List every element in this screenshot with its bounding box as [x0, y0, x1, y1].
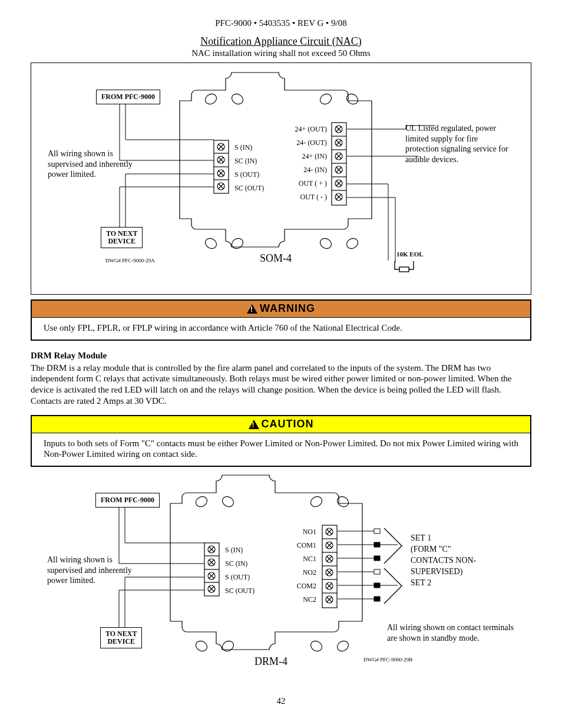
caution-body: Inputs to both sets of Form "C" contacts…: [32, 433, 530, 466]
svg-point-31: [309, 495, 323, 509]
drm-formc2: CONTACTS NON-: [411, 556, 476, 565]
drm-lt1: S (IN): [225, 546, 243, 555]
svg-rect-28: [399, 267, 409, 272]
to-next-l1: TO NEXT: [106, 229, 137, 238]
nac-rt3: 24+ (IN): [290, 152, 327, 161]
drm-set2: SET 2: [411, 578, 431, 587]
nac-rt2: 24- (OUT): [290, 139, 327, 147]
svg-point-32: [335, 495, 350, 509]
svg-point-30: [220, 495, 235, 509]
svg-point-2: [318, 92, 333, 106]
nac-device-name: SOM-4: [260, 252, 292, 265]
nac-lt2: SC (IN): [234, 157, 257, 166]
warning-body: Use only FPL, FPLR, or FPLP wiring in ac…: [32, 318, 530, 340]
nac-eol-icon: [394, 260, 417, 274]
svg-point-35: [309, 639, 323, 653]
drm-body: The DRM is a relay module that is contro…: [31, 363, 531, 407]
nac-left-note: All wiring shown is supervised and inher…: [48, 149, 136, 180]
drm-lt4: SC (OUT): [225, 587, 254, 595]
drm-lt2: SC (IN): [225, 559, 247, 568]
drm-rt2: COM1: [288, 541, 316, 550]
nac-lt3: S (OUT): [234, 170, 259, 179]
svg-point-7: [345, 236, 359, 251]
svg-point-29: [194, 495, 209, 509]
svg-point-3: [345, 92, 359, 106]
drm-to-next-l1: TO NEXT: [105, 630, 137, 638]
drm-from-box: FROM PFC-9000: [95, 493, 160, 508]
to-next-l2: DEVICE: [108, 237, 135, 245]
drm-set1: SET 1: [411, 533, 431, 542]
svg-point-34: [220, 639, 235, 653]
nac-right-note: UL Listed regulated, power limited suppl…: [405, 123, 511, 164]
nac-dwg: DWG# PFC-9000-29A: [105, 258, 155, 264]
nac-diagram: FROM PFC-9000 All wiring shown is superv…: [31, 62, 531, 295]
drm-rt6: NC2: [288, 595, 316, 604]
svg-point-6: [318, 236, 333, 251]
warning-triangle-icon: [247, 304, 257, 314]
nac-eol-label: 10K EOL: [396, 251, 424, 259]
svg-point-1: [230, 92, 244, 106]
drm-to-next-box: TO NEXT DEVICE: [100, 627, 142, 648]
drm-plate-svg: [163, 469, 387, 681]
warning-box: WARNING Use only FPL, FPLR, or FPLP wiri…: [31, 299, 531, 341]
drm-right-note: SET 1 (FORM "C" CONTACTS NON- SUPERVISED…: [411, 533, 476, 588]
nac-to-next-box: TO NEXT DEVICE: [101, 227, 143, 248]
svg-point-33: [194, 639, 209, 653]
drm-rt1: NO1: [288, 528, 316, 536]
nac-rt6: OUT ( - ): [290, 193, 327, 202]
drm-rt3: NC1: [288, 555, 316, 564]
drm-rt4: NO2: [288, 568, 316, 577]
caution-header: CAUTION: [32, 416, 530, 433]
nac-plate-svg: [173, 67, 396, 279]
nac-rt1: 24+ (OUT): [290, 125, 327, 134]
drm-diagram: FROM PFC-9000 All wiring shown is superv…: [31, 469, 531, 681]
document-header: PFC-9000 • 5403535 • REV G • 9/08: [31, 18, 531, 29]
drm-dwg: DWG# PFC-9000-29B: [363, 657, 412, 663]
caution-box: CAUTION Inputs to both sets of Form "C" …: [31, 415, 531, 467]
drm-standby-note: All wiring shown on contact terminals ar…: [387, 622, 517, 643]
svg-rect-16: [332, 123, 346, 205]
nac-rt5: OUT ( + ): [290, 179, 327, 188]
svg-point-5: [230, 236, 244, 251]
drm-formc3: SUPERVISED): [411, 567, 462, 576]
warning-header: WARNING: [32, 301, 530, 318]
svg-point-36: [335, 639, 350, 653]
svg-point-4: [203, 236, 218, 251]
nac-subtitle: NAC installation wiring shall not exceed…: [31, 48, 531, 59]
svg-point-0: [203, 92, 218, 106]
drm-left-note: All wiring shown is supervised and inher…: [47, 555, 135, 586]
nac-lt1: S (IN): [234, 143, 252, 152]
drm-device-name: DRM-4: [254, 655, 287, 668]
drm-lt3: S (OUT): [225, 573, 250, 582]
svg-rect-45: [322, 525, 337, 608]
caution-label: CAUTION: [262, 417, 314, 431]
caution-triangle-icon: [249, 420, 259, 429]
drm-title: DRM Relay Module: [31, 350, 531, 361]
drm-formc1: (FORM "C": [411, 545, 451, 554]
drm-rt5: COM2: [288, 582, 316, 591]
nac-from-box: FROM PFC-9000: [96, 90, 160, 104]
page-number: 42: [31, 696, 531, 707]
warning-label: WARNING: [260, 302, 315, 315]
drm-to-next-l2: DEVICE: [107, 637, 135, 645]
nac-title: Notification Appliance Circuit (NAC): [31, 35, 531, 48]
nac-lt4: SC (OUT): [234, 184, 264, 193]
nac-rt4: 24- (IN): [290, 166, 327, 174]
